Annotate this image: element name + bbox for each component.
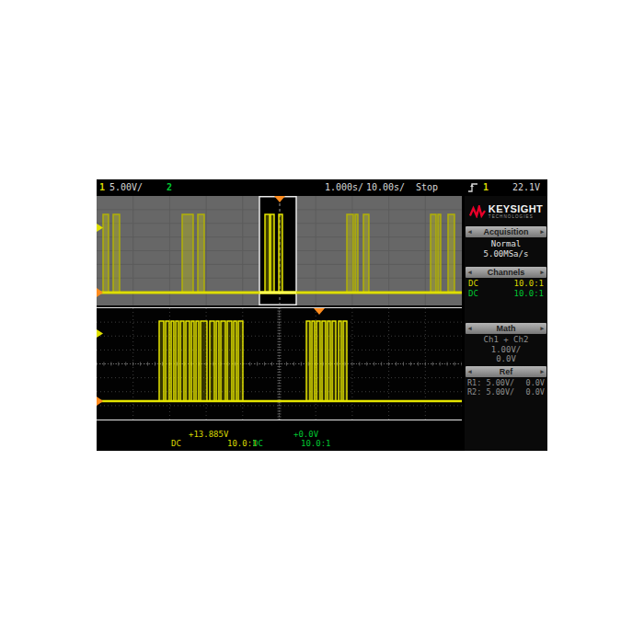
ch2-probe-ratio: 10.0:1 xyxy=(301,439,331,448)
chevron-right-icon: ▸ xyxy=(540,325,544,332)
run-state: Stop xyxy=(416,182,438,193)
math-offset: 0.0V xyxy=(465,354,547,364)
ch2-number: 2 xyxy=(167,182,172,193)
zoom-pane xyxy=(97,307,462,420)
chevron-right-icon: ▸ xyxy=(540,269,544,276)
ch1-scale: 5.00V/ xyxy=(109,182,143,193)
ch2-measurement-value: +0.0V xyxy=(293,430,318,439)
panel-header-ref[interactable]: ◂ Ref ▸ xyxy=(466,366,546,377)
main-sweep-waveform xyxy=(97,196,462,305)
trigger-source: 1 xyxy=(483,182,489,193)
ref-title: Ref xyxy=(500,367,513,376)
chevron-right-icon: ▸ xyxy=(540,368,544,375)
ref2-offset: 0.0V xyxy=(526,387,545,397)
ref1-offset: 0.0V xyxy=(526,378,545,387)
keysight-logo-icon xyxy=(469,205,486,218)
ref-2-row: R2: 5.00V/ 0.0V xyxy=(465,387,547,397)
ch2-coupling: DC xyxy=(253,439,263,448)
sample-rate: 5.00MSa/s xyxy=(465,249,547,259)
ref2-label: R2: xyxy=(467,387,481,397)
chevron-left-icon: ◂ xyxy=(468,228,472,236)
ref1-scale: 5.00V/ xyxy=(486,378,514,387)
ref1-label: R1: xyxy=(467,378,481,387)
ch1-measurement-value: +13.885V xyxy=(189,430,228,439)
timebase-readout: 1.000s/ xyxy=(325,182,363,193)
chevron-left-icon: ◂ xyxy=(468,325,472,332)
oscilloscope-screen: 1 5.00V/ 2 1.000s/ 10.00s/ Stop 1 22.1V … xyxy=(97,179,547,451)
ch1-probe-label: 10.0:1 xyxy=(513,279,544,289)
delay-readout: 10.00s/ xyxy=(366,182,405,193)
ref-1-row: R1: 5.00V/ 0.0V xyxy=(465,378,547,387)
ref2-scale: 5.00V/ xyxy=(486,387,514,397)
acquisition-mode: Normal xyxy=(465,239,547,249)
zoom-waveform xyxy=(97,308,462,420)
brand-subtitle: TECHNOLOGIES xyxy=(489,214,543,219)
brand-name: KEYSIGHT xyxy=(489,204,543,214)
chevron-right-icon: ▸ xyxy=(540,228,544,236)
math-scale: 1.00V/ xyxy=(465,345,547,355)
chevron-left-icon: ◂ xyxy=(468,269,472,276)
keysight-logo: KEYSIGHT TECHNOLOGIES xyxy=(465,196,547,225)
panel-header-channels[interactable]: ◂ Channels ▸ xyxy=(466,267,546,278)
trigger-slope-icon xyxy=(468,183,478,192)
math-title: Math xyxy=(497,324,516,333)
ch2-probe-label: 10.0:1 xyxy=(513,289,544,299)
chevron-left-icon: ◂ xyxy=(468,368,472,375)
channel-readout-bar: +13.885V +0.0V DC 10.0:1 DC 10.0:1 xyxy=(97,420,462,451)
ch1-number: 1 xyxy=(99,182,105,193)
channels-title: Channels xyxy=(488,268,525,277)
ch2-coupling-label: DC xyxy=(468,289,478,299)
ch1-coupling: DC xyxy=(171,439,181,448)
sidebar: KEYSIGHT TECHNOLOGIES ◂ Acquisition ▸ No… xyxy=(465,196,547,451)
page-background: 1 5.00V/ 2 1.000s/ 10.00s/ Stop 1 22.1V … xyxy=(0,0,644,644)
main-sweep-pane xyxy=(97,196,462,305)
acquisition-title: Acquisition xyxy=(484,227,529,236)
status-bar: 1 5.00V/ 2 1.000s/ 10.00s/ Stop 1 22.1V xyxy=(97,179,547,196)
trigger-level: 22.1V xyxy=(512,182,540,193)
channel-2-row: DC 10.0:1 xyxy=(465,289,547,299)
panel-header-acquisition[interactable]: ◂ Acquisition ▸ xyxy=(466,226,546,237)
panel-header-math[interactable]: ◂ Math ▸ xyxy=(466,323,546,334)
ch1-coupling-label: DC xyxy=(468,279,478,289)
channel-1-row: DC 10.0:1 xyxy=(465,279,547,289)
math-function: Ch1 + Ch2 xyxy=(465,335,547,345)
